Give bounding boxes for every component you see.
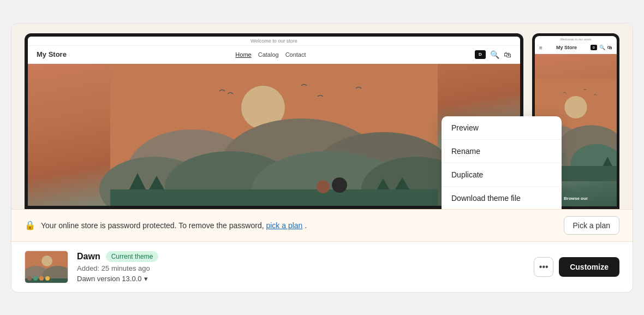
dropdown-item-preview[interactable]: Preview — [442, 116, 562, 140]
mobile-icons: D 🔍 🛍 — [591, 45, 612, 50]
more-icon: ••• — [539, 262, 548, 272]
mobile-hamburger-icon: ≡ — [539, 45, 542, 51]
customize-button[interactable]: Customize — [559, 257, 619, 277]
dropdown-item-rename[interactable]: Rename — [442, 140, 562, 163]
theme-version[interactable]: Dawn version 13.0.0 ▾ — [77, 275, 525, 283]
desktop-store-icons: D 🔍 🛍 — [475, 50, 511, 59]
mobile-welcome-text: Welcome to our store — [535, 36, 617, 42]
theme-title-row: Dawn Current theme — [77, 251, 525, 262]
main-container: Welcome to our store My Store Home Catal… — [11, 23, 633, 293]
banner-message: 🔒 Your online store is password protecte… — [25, 220, 307, 230]
mobile-theme-icon: D — [591, 45, 597, 50]
svg-point-15 — [332, 177, 347, 193]
color-dot-1 — [27, 276, 32, 281]
mobile-browse-text: Browse our — [564, 196, 588, 201]
password-banner: 🔒 Your online store is password protecte… — [11, 209, 633, 242]
banner-text: Your online store is password protected.… — [41, 221, 307, 230]
dropdown-menu: Preview Rename Duplicate Download theme … — [442, 116, 562, 209]
theme-icon-box: D — [475, 50, 486, 59]
desktop-store-header: My Store Home Catalog Contact D 🔍 🛍 — [28, 46, 520, 64]
more-options-button[interactable]: ••• — [534, 257, 553, 277]
mobile-store-header: ≡ My Store D 🔍 🛍 — [535, 42, 617, 54]
desktop-nav: Home Catalog Contact — [235, 51, 306, 58]
color-dot-3 — [39, 276, 44, 281]
desktop-store-name: My Store — [37, 50, 67, 58]
svg-point-17 — [564, 96, 587, 118]
version-chevron-icon: ▾ — [144, 275, 148, 283]
mobile-cart-icon: 🛍 — [607, 45, 612, 50]
svg-point-14 — [317, 180, 330, 193]
cart-icon[interactable]: 🛍 — [504, 50, 511, 59]
desktop-welcome-text: Welcome to our store — [28, 37, 520, 46]
theme-row: Dawn Current theme Added: 25 minutes ago… — [11, 242, 633, 292]
lock-icon: 🔒 — [25, 220, 35, 230]
theme-added: Added: 25 minutes ago — [77, 264, 525, 272]
pick-plan-link[interactable]: pick a plan — [266, 221, 302, 230]
mobile-store-name: My Store — [556, 45, 577, 50]
nav-home[interactable]: Home — [235, 51, 251, 58]
theme-name: Dawn — [77, 252, 100, 261]
theme-info: Dawn Current theme Added: 25 minutes ago… — [77, 251, 525, 283]
mobile-search-icon: 🔍 — [599, 45, 605, 50]
pick-plan-button[interactable]: Pick a plan — [564, 216, 619, 235]
theme-color-dots — [27, 276, 50, 281]
current-theme-badge: Current theme — [106, 251, 159, 262]
dropdown-item-download[interactable]: Download theme file — [442, 187, 562, 209]
theme-actions: ••• Customize — [534, 257, 619, 277]
nav-catalog[interactable]: Catalog — [258, 51, 279, 58]
nav-contact[interactable]: Contact — [285, 51, 306, 58]
theme-thumbnail — [25, 251, 68, 283]
svg-rect-13 — [110, 189, 438, 206]
search-icon[interactable]: 🔍 — [490, 50, 499, 59]
color-dot-2 — [33, 276, 38, 281]
svg-point-26 — [41, 255, 52, 266]
dropdown-item-duplicate[interactable]: Duplicate — [442, 163, 562, 187]
preview-area: Welcome to our store My Store Home Catal… — [11, 23, 633, 209]
color-dot-4 — [45, 276, 50, 281]
